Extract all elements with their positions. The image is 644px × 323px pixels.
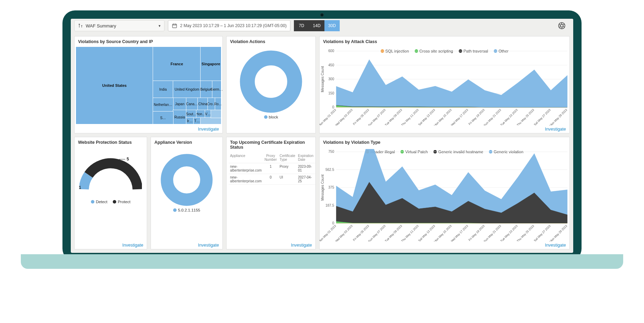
svg-text:Mon May 15 2023: Mon May 15 2023 (433, 224, 452, 241)
investigate-link[interactable]: Investigate (198, 243, 219, 248)
svg-text:Sun May 07 2023: Sun May 07 2023 (367, 108, 386, 125)
treemap-cell[interactable] (201, 118, 221, 124)
calendar-icon (172, 23, 177, 28)
treemap-cell[interactable]: India (153, 81, 173, 98)
card-title: Violations by Source Country and IP (75, 36, 222, 47)
top-toolbar: WAF Summary ▾ 2 May 2023 10:17:29 – 1 Ju… (71, 19, 573, 33)
treemap-cell[interactable]: Ro… (215, 98, 221, 110)
investigate-link[interactable]: Investigate (198, 127, 219, 132)
svg-text:Thu May 11 2023: Thu May 11 2023 (400, 108, 419, 125)
range-30d-button[interactable]: 30D (324, 20, 340, 31)
svg-text:Thu May 11 2023: Thu May 11 2023 (400, 224, 419, 241)
table-header[interactable]: Certificate Type (278, 152, 297, 163)
svg-text:Tue May 09 2023: Tue May 09 2023 (384, 224, 403, 241)
treemap-cell[interactable]: V… (205, 110, 211, 118)
card-title: Violations by Attack Class (320, 36, 569, 47)
treemap-cell[interactable]: United Kingdom (173, 81, 201, 98)
donut-chart-version[interactable] (161, 154, 213, 206)
chevron-down-icon: ▾ (159, 24, 161, 28)
svg-text:Mon May 01 2023: Mon May 01 2023 (320, 224, 337, 241)
investigate-link[interactable]: Investigate (291, 243, 312, 248)
svg-text:750: 750 (328, 150, 334, 154)
table-header[interactable]: SSL Issuer (315, 152, 315, 163)
svg-text:Sat May 27 2023: Sat May 27 2023 (533, 108, 551, 125)
investigate-link[interactable]: Investigate (122, 243, 143, 248)
treemap-cell[interactable]: Russia (173, 110, 186, 124)
svg-point-2 (247, 58, 295, 105)
svg-text:Sat May 27 2023: Sat May 27 2023 (533, 224, 551, 241)
area-chart[interactable]: 0150300450600Messages CountMon May 01 20… (320, 48, 569, 125)
investigate-link[interactable]: Investigate (545, 243, 566, 248)
treemap-cell[interactable]: Hon… (196, 110, 205, 118)
treemap-cell[interactable]: Ir… (186, 118, 194, 124)
card-appliance-version: Appliance Version 5.0.2.1.1155 Investiga… (151, 137, 223, 249)
svg-text:Tue May 23 2023: Tue May 23 2023 (500, 224, 518, 241)
treemap-cell[interactable] (211, 110, 221, 118)
treemap-cell[interactable]: T… (194, 118, 201, 124)
gauge-detect-value: 1 (79, 185, 81, 190)
svg-text:Sun May 21 2023: Sun May 21 2023 (483, 224, 502, 241)
svg-text:375: 375 (328, 185, 334, 189)
table-header[interactable]: Expiration Date (297, 152, 315, 163)
card-violation-type: Violations by Violation Type 0187.537556… (319, 137, 570, 249)
donut-chart-actions[interactable] (240, 50, 302, 113)
svg-text:Fri May 05 2023: Fri May 05 2023 (352, 108, 370, 125)
svg-text:187.5: 187.5 (325, 204, 334, 207)
range-button-group: 7D 14D 30D (294, 20, 340, 31)
svg-text:600: 600 (328, 49, 334, 53)
card-title: Appliance Version (151, 137, 222, 148)
svg-text:Mon May 29 2023: Mon May 29 2023 (549, 108, 568, 125)
table-header[interactable]: Proxy Number (263, 152, 278, 163)
legend-item: block (264, 115, 278, 119)
treemap-cell[interactable]: S… (153, 111, 173, 124)
treemap-cell[interactable]: Germ… (212, 81, 221, 98)
svg-text:Messages Count: Messages Count (321, 174, 324, 200)
camera-dot (320, 13, 324, 17)
range-7d-button[interactable]: 7D (294, 20, 309, 31)
treemap-cell[interactable]: France (153, 47, 201, 81)
table-row[interactable]: new-albertenterprise.com1Proxy2023-09-01… (229, 163, 315, 174)
svg-text:150: 150 (328, 91, 334, 95)
svg-text:Thu May 25 2023: Thu May 25 2023 (516, 108, 535, 125)
app-screen: WAF Summary ▾ 2 May 2023 10:17:29 – 1 Ju… (71, 19, 573, 253)
legend-item: Protect (113, 200, 130, 204)
gauge-protect-value: 5 (119, 157, 129, 162)
treemap-cell[interactable]: Netherlan… (153, 98, 173, 112)
table-row[interactable]: new-albertenterprise.com0UI2027-04-25Ale… (229, 174, 315, 185)
treemap-cell[interactable]: China (198, 98, 208, 110)
card-attack-class: Violations by Attack Class 0150300450600… (319, 36, 570, 133)
card-cert-expiration: Top Upcoming Certificate Expiration Stat… (226, 137, 316, 249)
treemap-cell[interactable]: Sout… (186, 110, 196, 118)
svg-text:Tue May 09 2023: Tue May 09 2023 (384, 108, 403, 125)
svg-text:Mon May 29 2023: Mon May 29 2023 (549, 224, 568, 241)
card-title: Violations by Violation Type (320, 137, 569, 148)
treemap-cell[interactable]: United States (76, 47, 153, 124)
svg-text:Sat May 13 2023: Sat May 13 2023 (417, 108, 436, 125)
range-14d-button[interactable]: 14D (309, 20, 324, 31)
svg-text:Mon May 01 2023: Mon May 01 2023 (320, 108, 337, 125)
treemap-cell[interactable]: Japan (173, 98, 186, 110)
svg-text:Wed May 03 2023: Wed May 03 2023 (334, 224, 353, 241)
table-header[interactable]: Appliance (229, 152, 263, 163)
legend-item: Detect (91, 200, 107, 204)
dashboard-selector[interactable]: WAF Summary ▾ (74, 20, 164, 31)
svg-text:Wed May 17 2023: Wed May 17 2023 (449, 108, 469, 125)
svg-text:Sun May 21 2023: Sun May 21 2023 (483, 108, 502, 125)
svg-text:Messages Count: Messages Count (321, 66, 324, 92)
gauge-chart[interactable] (79, 156, 142, 198)
treemap-cell[interactable]: Cana… (186, 98, 198, 110)
svg-point-29 (167, 160, 206, 200)
svg-text:Wed May 03 2023: Wed May 03 2023 (334, 108, 353, 125)
aperture-icon[interactable] (558, 22, 566, 30)
date-range-label: 2 May 2023 10:17:29 – 1 Jun 2023 10:17:2… (180, 23, 287, 28)
svg-text:450: 450 (328, 63, 334, 67)
treemap-cell[interactable]: Singapore (201, 47, 221, 81)
svg-text:Fri May 19 2023: Fri May 19 2023 (468, 224, 485, 241)
investigate-link[interactable]: Investigate (545, 127, 566, 132)
date-range-picker[interactable]: 2 May 2023 10:17:29 – 1 Jun 2023 10:17:2… (168, 20, 290, 31)
filter-icon (78, 23, 83, 28)
treemap-chart[interactable]: United States France Singapore India Uni… (76, 47, 221, 124)
area-chart[interactable]: 0187.5375562.5750Messages CountMon May 0… (320, 149, 569, 241)
card-title: Top Upcoming Certificate Expiration Stat… (227, 137, 315, 152)
svg-text:Thu May 25 2023: Thu May 25 2023 (516, 224, 535, 241)
